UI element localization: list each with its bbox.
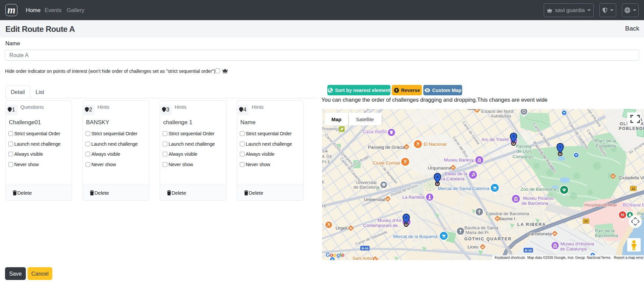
svg-text:BCNaval E: BCNaval E: [623, 202, 644, 207]
svg-text:Map data ©2026 Google, Inst. G: Map data ©2026 Google, Inst. Geogr. Naci…: [527, 256, 600, 259]
svg-text:M: M: [386, 197, 389, 201]
svg-text:PLE: PLE: [322, 160, 331, 164]
svg-text:SA: SA: [322, 149, 328, 153]
svg-text:GOTHIC QUARTER: GOTHIC QUARTER: [464, 237, 512, 241]
svg-text:- Autobusos: - Autobusos: [488, 113, 512, 118]
svg-text:Barceloneta: Barceloneta: [528, 232, 552, 237]
svg-text:de Lluís: de Lluís: [517, 149, 532, 154]
svg-text:Parc de la: Parc de la: [596, 138, 616, 143]
svg-text:Basílica de Santa: Basílica de Santa: [464, 225, 498, 230]
svg-text:B-10: B-10: [525, 248, 532, 252]
svg-text:Barceloneta: Barceloneta: [595, 233, 618, 238]
svg-text:M: M: [553, 232, 556, 235]
svg-text:Mercat de Santa Caterina: Mercat de Santa Caterina: [438, 186, 489, 191]
svg-text:Arc de Triomf: Arc de Triomf: [482, 137, 508, 142]
svg-text:B-10: B-10: [362, 246, 369, 250]
svg-text:3: 3: [513, 134, 514, 138]
svg-text:Ciutadella: Ciutadella: [596, 143, 616, 148]
svg-text:Keyboard shortcuts: Keyboard shortcuts: [495, 256, 525, 259]
svg-text:LA RIBERA: LA RIBERA: [517, 222, 546, 227]
svg-text:Contemporani de...: Contemporani de...: [363, 223, 401, 228]
svg-text:Universitat: Universitat: [356, 180, 377, 185]
svg-text:El Nacional: El Nacional: [424, 142, 446, 147]
svg-text:Museu Banksy: Museu Banksy: [444, 157, 474, 162]
svg-text:H: H: [621, 213, 624, 217]
svg-text:M: M: [496, 217, 499, 220]
svg-text:M: M: [350, 227, 352, 230]
svg-text:M: M: [612, 175, 614, 178]
svg-text:Passeig de Gràcia: Passeig de Gràcia: [368, 145, 405, 150]
svg-text:Museu Picasso: Museu Picasso: [523, 196, 553, 201]
svg-text:Palau de la: Palau de la: [444, 171, 467, 176]
svg-text:Map: Map: [331, 116, 341, 122]
svg-text:Hospital del Mar: Hospital del Mar: [584, 202, 617, 207]
svg-text:POBLENOU: POBLENOU: [619, 126, 644, 131]
svg-text:Jaume I: Jaume I: [499, 216, 515, 221]
svg-text:22: 22: [584, 219, 588, 223]
svg-text:4: 4: [405, 216, 407, 219]
svg-text:Museu d'Art: Museu d'Art: [377, 218, 401, 223]
svg-text:M: M: [481, 245, 484, 249]
svg-text:Pla: Pla: [637, 211, 644, 216]
svg-text:Passeig: Passeig: [516, 144, 531, 149]
svg-text:Satellite: Satellite: [356, 116, 374, 122]
svg-text:Universitat: Universitat: [364, 197, 385, 202]
svg-text:Museu d'Història: Museu d'Història: [560, 241, 594, 246]
svg-text:Parc de la: Parc de la: [595, 228, 615, 233]
svg-text:sica Catalana: sica Catalana: [437, 176, 465, 181]
svg-text:2: 2: [436, 175, 438, 179]
svg-text:de Barcelona: de Barcelona: [522, 201, 548, 206]
svg-text:Urgell: Urgell: [335, 226, 347, 231]
svg-text:Liceu: Liceu: [468, 244, 478, 249]
svg-text:M: M: [452, 166, 454, 169]
svg-text:M: M: [405, 145, 408, 149]
svg-text:Ciutadella Vila: Ciutadella Vila: [619, 175, 644, 180]
svg-text:Mercat de la Boqueria: Mercat de la Boqueria: [393, 234, 437, 239]
svg-text:22: 22: [632, 187, 635, 190]
svg-text:de Catalunya: de Catalunya: [560, 246, 587, 251]
svg-text:Terms: Terms: [601, 256, 611, 259]
svg-text:Estació del Nord: Estació del Nord: [481, 109, 513, 114]
svg-text:E: E: [322, 180, 325, 184]
svg-text:Google: Google: [326, 252, 344, 258]
svg-text:Casa Batlló: Casa Batlló: [363, 129, 387, 134]
svg-text:1: 1: [559, 145, 561, 148]
svg-text:Maria del Pi: Maria del Pi: [466, 230, 489, 235]
svg-text:M: M: [374, 258, 377, 260]
svg-text:Report a map error: Report a map error: [614, 256, 644, 259]
svg-text:Companys: Companys: [513, 154, 533, 159]
svg-text:Ciutat Comtal: Ciutat Comtal: [373, 160, 400, 165]
svg-text:LE: LE: [322, 204, 327, 208]
svg-text:M: M: [476, 109, 478, 112]
svg-text:A DE: A DE: [322, 154, 333, 158]
svg-text:Zoo de Barcelona: Zoo de Barcelona: [521, 187, 556, 192]
svg-text:Catedral de Barcelona: Catedral de Barcelona: [486, 211, 529, 216]
svg-text:Urquinaona: Urquinaona: [428, 165, 451, 171]
svg-text:de Barcelona: de Barcelona: [354, 185, 379, 190]
svg-text:Provença: Provença: [322, 126, 340, 131]
svg-text:Sant Antoni: Sant Antoni: [353, 256, 375, 260]
svg-text:La Rambla: La Rambla: [402, 195, 424, 200]
